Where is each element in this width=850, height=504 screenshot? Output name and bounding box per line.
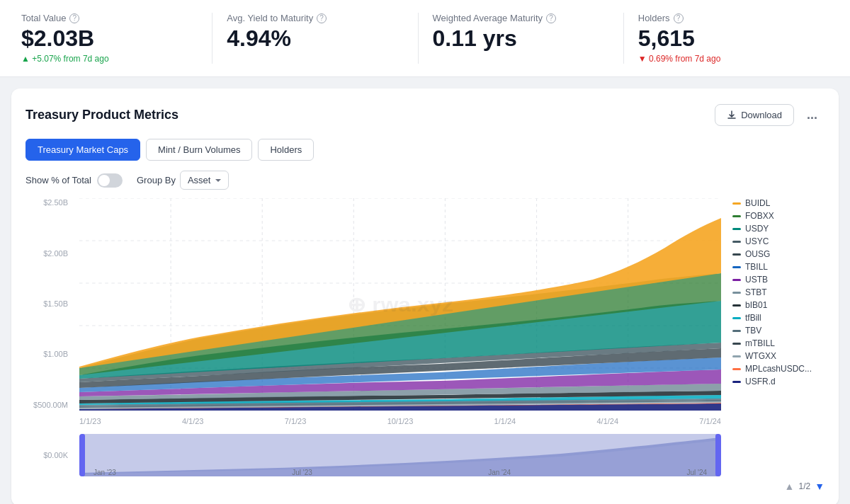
stat-change-text-total-value: +5.07% from 7d ago: [32, 54, 108, 64]
legend-item-ustb: USTB: [732, 275, 824, 285]
legend-dot: [732, 292, 741, 294]
legend-item-bib01: bIB01: [732, 300, 824, 310]
legend-label: USYC: [745, 236, 769, 246]
stat-label-holders: Holders: [638, 13, 670, 23]
legend-label: USFR.d: [745, 377, 776, 386]
y-axis-label-2: $1.50B: [26, 299, 68, 308]
x-axis: 1/1/23 4/1/23 7/1/23 10/1/23 1/1/24 4/1/…: [79, 413, 721, 425]
chart-title: Treasury Product Metrics: [26, 108, 178, 122]
legend-item-wtgxx: WTGXX: [732, 351, 824, 361]
legend-label: tfBill: [745, 313, 761, 323]
x-axis-label-4: 1/1/24: [494, 417, 516, 425]
tab-mint-burn-volumes[interactable]: Mint / Burn Volumes: [146, 139, 252, 161]
x-axis-label-1: 4/1/23: [182, 417, 204, 425]
legend-item-fobxx: FOBXX: [732, 211, 824, 221]
tab-row: Treasury Market Caps Mint / Burn Volumes…: [26, 139, 824, 161]
stat-label-maturity: Weighted Average Maturity: [433, 13, 543, 23]
group-by-select[interactable]: Asset: [180, 171, 229, 190]
y-axis-label-1: $2.00B: [26, 249, 68, 258]
legend-item-tfbill: tfBill: [732, 313, 824, 323]
legend-dot: [732, 228, 741, 230]
legend-label: BUIDL: [745, 198, 770, 208]
x-axis-label-5: 4/1/24: [596, 417, 618, 425]
help-icon-maturity[interactable]: ?: [546, 13, 556, 23]
x-axis-label-0: 1/1/23: [79, 417, 101, 425]
legend-dot: [732, 241, 741, 243]
chart-legend: BUIDLFOBXXUSDYUSYCOUSGTBILLUSTBSTBTbIB01…: [732, 198, 824, 476]
legend-dot: [732, 317, 741, 319]
x-axis-label-6: 7/1/24: [699, 417, 721, 425]
group-by-wrapper: Group By Asset: [137, 171, 229, 190]
stat-change-total-value: ▲ +5.07% from 7d ago: [21, 54, 198, 64]
stat-label-total-value: Total Value: [21, 13, 66, 23]
page-up-arrow[interactable]: ▲: [785, 481, 795, 492]
legend-item-tbv: TBV: [732, 326, 824, 336]
legend-item-usdy: USDY: [732, 224, 824, 234]
chart-area-wrapper: $2.50B $2.00B $1.50B $1.00B $500.00M $0.…: [26, 198, 824, 476]
tab-treasury-market-caps[interactable]: Treasury Market Caps: [26, 139, 140, 161]
legend-label: mTBILL: [745, 338, 775, 348]
stat-yield: Avg. Yield to Maturity ? 4.94%: [212, 13, 418, 64]
show-percent-toggle[interactable]: [97, 173, 123, 188]
legend-item-mtbill: mTBILL: [732, 338, 824, 348]
legend-label: USTB: [745, 275, 768, 285]
legend-item-stbt: STBT: [732, 287, 824, 297]
arrow-down-icon: ▼: [638, 54, 647, 64]
chart-main: ⊕ rwa.xyz 1/1/23 4/1/23 7/1/23 10/1/23 1…: [79, 198, 721, 476]
mini-chart-handle-left[interactable]: [79, 434, 85, 476]
y-axis-label-5: $0.00K: [26, 451, 68, 459]
mini-chart-handle-right[interactable]: [715, 434, 721, 476]
download-label: Download: [741, 110, 782, 120]
legend-dot: [732, 304, 741, 307]
legend-label: MPLcashUSDC...: [745, 364, 812, 374]
stat-change-holders: ▼ 0.69% from 7d ago: [638, 54, 815, 64]
legend-item-usfr-d: USFR.d: [732, 377, 824, 386]
chart-header: Treasury Product Metrics Download ...: [26, 103, 824, 127]
stat-value-total-value: $2.03B: [21, 26, 198, 51]
legend-label: bIB01: [745, 300, 767, 310]
tab-label-2: Holders: [270, 144, 302, 155]
stat-holders: Holders ? 5,615 ▼ 0.69% from 7d ago: [624, 13, 829, 64]
legend-dot: [732, 279, 741, 281]
download-icon: [727, 110, 737, 120]
more-options-button[interactable]: ...: [800, 103, 824, 127]
y-axis: $2.50B $2.00B $1.50B $1.00B $500.00M $0.…: [26, 198, 68, 476]
stat-value-yield: 4.94%: [227, 26, 403, 51]
help-icon-total-value[interactable]: ?: [69, 13, 79, 23]
legend-label: STBT: [745, 287, 767, 297]
tab-label-1: Mint / Burn Volumes: [158, 144, 240, 155]
legend-label: USDY: [745, 224, 769, 234]
legend-dot: [732, 355, 741, 357]
help-icon-holders[interactable]: ?: [674, 13, 684, 23]
legend-dot: [732, 202, 741, 205]
page-down-arrow[interactable]: ▼: [815, 481, 824, 492]
legend-label: OUSG: [745, 249, 770, 259]
legend-item-buidl: BUIDL: [732, 198, 824, 208]
x-axis-label-2: 7/1/23: [285, 417, 307, 425]
stats-bar: Total Value ? $2.03B ▲ +5.07% from 7d ag…: [0, 0, 850, 77]
download-button[interactable]: Download: [715, 104, 794, 126]
legend-label: WTGXX: [745, 351, 776, 361]
y-axis-label-3: $1.00B: [26, 350, 68, 358]
arrow-up-icon: ▲: [21, 54, 30, 64]
legend-item-tbill: TBILL: [732, 262, 824, 272]
stat-maturity: Weighted Average Maturity ? 0.11 yrs: [419, 13, 624, 64]
area-chart-svg: ⊕ rwa.xyz: [79, 198, 721, 411]
legend-dot: [732, 215, 741, 217]
legend-item-mplcashusdc---: MPLcashUSDC...: [732, 364, 824, 374]
legend-dot: [732, 381, 741, 383]
mini-chart[interactable]: Jan '23 Jul '23 Jan '24 Jul '24: [79, 434, 721, 476]
legend-dot: [732, 253, 741, 256]
y-axis-label-0: $2.50B: [26, 198, 68, 207]
legend-item-ousg: OUSG: [732, 249, 824, 259]
tab-holders[interactable]: Holders: [258, 139, 314, 161]
stat-value-maturity: 0.11 yrs: [433, 26, 609, 51]
y-axis-label-4: $500.00M: [26, 401, 68, 409]
tab-label-0: Treasury Market Caps: [38, 144, 128, 155]
svg-text:⊕ rwa.xyz: ⊕ rwa.xyz: [347, 294, 453, 316]
controls-row: Show % of Total Group By Asset: [26, 171, 824, 190]
mini-chart-svg: [79, 434, 721, 476]
legend-label: TBILL: [745, 262, 768, 272]
help-icon-yield[interactable]: ?: [317, 13, 327, 23]
stat-change-text-holders: 0.69% from 7d ago: [649, 54, 720, 64]
